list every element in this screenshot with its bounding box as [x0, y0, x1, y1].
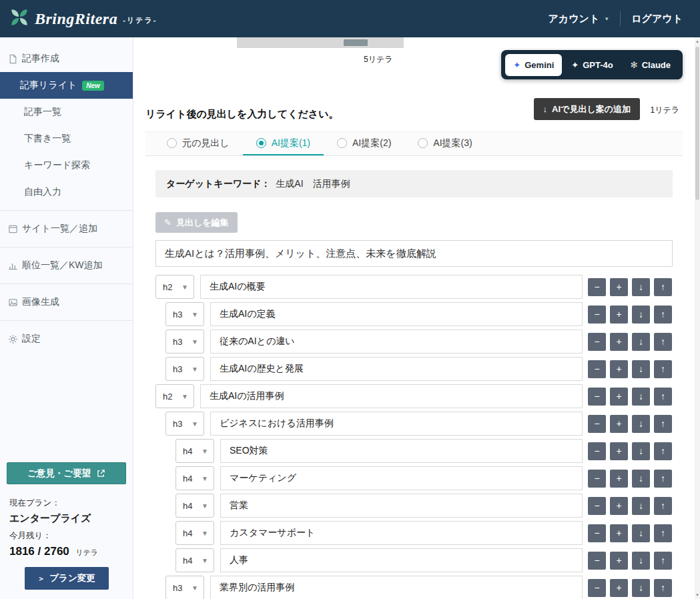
ai-suggest-headings-button[interactable]: ↓ AIで見出し案の追加: [534, 98, 640, 120]
move-heading-up-button[interactable]: ↑: [654, 497, 672, 515]
heading-text-input[interactable]: [220, 548, 583, 572]
logout-button[interactable]: ログアウト: [631, 13, 683, 25]
scrollbar-thumb[interactable]: [695, 47, 699, 200]
edit-headings-button[interactable]: ✎ 見出しを編集: [155, 212, 238, 233]
model-option-gpt4o[interactable]: ✦ GPT-4o: [563, 54, 621, 76]
sidebar-item-article-rewrite[interactable]: 記事リライト New: [0, 72, 133, 99]
remove-heading-button[interactable]: −: [588, 442, 606, 460]
add-heading-button[interactable]: +: [610, 333, 628, 351]
heading-level-select[interactable]: h3 ▼: [165, 330, 204, 354]
heading-level-select[interactable]: h3 ▼: [165, 357, 204, 381]
model-option-gemini[interactable]: ✦ Gemini: [505, 54, 562, 76]
heading-level-select[interactable]: h4 ▼: [176, 466, 214, 490]
brand[interactable]: BringRitera -リテラ-: [9, 7, 157, 30]
remove-heading-button[interactable]: −: [588, 579, 606, 597]
move-heading-down-button[interactable]: ↓: [632, 306, 650, 324]
scroll-down-arrow-icon[interactable]: ▼: [695, 593, 700, 597]
tab-ai-suggestion-1[interactable]: AI提案(1): [243, 132, 324, 155]
heading-level-select[interactable]: h3 ▼: [165, 302, 204, 326]
move-heading-up-button[interactable]: ↑: [654, 579, 672, 597]
tab-ai-suggestion-3[interactable]: AI提案(3): [404, 132, 485, 155]
heading-text-input[interactable]: [220, 439, 583, 463]
remove-heading-button[interactable]: −: [588, 552, 606, 570]
sidebar-item-article-list[interactable]: 記事一覧: [0, 99, 133, 125]
heading-level-select[interactable]: h4 ▼: [176, 521, 214, 545]
heading-text-input[interactable]: [210, 330, 583, 354]
sidebar-item-article-create[interactable]: 記事作成: [0, 45, 133, 72]
heading-level-select[interactable]: h2 ▼: [155, 275, 194, 299]
sidebar-item-site-list[interactable]: サイト一覧／追加: [0, 215, 133, 242]
heading-level-select[interactable]: h3 ▼: [165, 576, 204, 599]
move-heading-up-button[interactable]: ↑: [654, 306, 672, 324]
sidebar-item-image-generation[interactable]: 画像生成: [0, 289, 133, 316]
move-heading-down-button[interactable]: ↓: [632, 388, 650, 406]
sidebar-item-keyword-search[interactable]: キーワード探索: [0, 152, 133, 179]
remove-heading-button[interactable]: −: [588, 388, 606, 406]
add-heading-button[interactable]: +: [610, 415, 628, 433]
move-heading-up-button[interactable]: ↑: [654, 524, 672, 542]
model-option-claude[interactable]: ✻ Claude: [623, 54, 679, 76]
heading-level-select[interactable]: h4 ▼: [176, 439, 214, 463]
heading-text-input[interactable]: [220, 466, 583, 490]
heading-text-input[interactable]: [210, 302, 583, 326]
remove-heading-button[interactable]: −: [588, 360, 606, 378]
add-heading-button[interactable]: +: [610, 497, 628, 515]
sidebar-item-settings[interactable]: 設定: [0, 326, 133, 352]
remove-heading-button[interactable]: −: [588, 524, 606, 542]
add-heading-button[interactable]: +: [610, 388, 628, 406]
add-heading-button[interactable]: +: [610, 306, 628, 324]
move-heading-down-button[interactable]: ↓: [632, 278, 650, 296]
feedback-button[interactable]: ご意見・ご要望: [7, 462, 126, 484]
add-heading-button[interactable]: +: [610, 470, 628, 488]
move-heading-down-button[interactable]: ↓: [632, 497, 650, 515]
add-heading-button[interactable]: +: [610, 552, 628, 570]
tab-ai-suggestion-2[interactable]: AI提案(2): [324, 132, 404, 155]
tab-original-headings[interactable]: 元の見出し: [153, 132, 243, 155]
move-heading-up-button[interactable]: ↑: [654, 552, 672, 570]
heading-text-input[interactable]: [200, 275, 583, 299]
move-heading-down-button[interactable]: ↓: [632, 415, 650, 433]
account-menu[interactable]: アカウント ▼: [549, 13, 610, 25]
move-heading-up-button[interactable]: ↑: [654, 333, 672, 351]
remove-heading-button[interactable]: −: [588, 333, 606, 351]
add-heading-button[interactable]: +: [610, 524, 628, 542]
heading-level-select[interactable]: h4 ▼: [176, 494, 214, 518]
remove-heading-button[interactable]: −: [588, 497, 606, 515]
remove-heading-button[interactable]: −: [588, 306, 606, 324]
heading-text-input[interactable]: [210, 412, 583, 436]
move-heading-down-button[interactable]: ↓: [632, 524, 650, 542]
remove-heading-button[interactable]: −: [588, 415, 606, 433]
add-heading-button[interactable]: +: [610, 579, 628, 597]
add-heading-button[interactable]: +: [610, 442, 628, 460]
move-heading-down-button[interactable]: ↓: [632, 360, 650, 378]
heading-text-input[interactable]: [200, 384, 583, 408]
sidebar-item-draft-list[interactable]: 下書き一覧: [0, 125, 133, 152]
move-heading-down-button[interactable]: ↓: [632, 470, 650, 488]
move-heading-up-button[interactable]: ↑: [654, 278, 672, 296]
remove-heading-button[interactable]: −: [588, 278, 606, 296]
sidebar-item-free-input[interactable]: 自由入力: [0, 179, 133, 205]
move-heading-up-button[interactable]: ↑: [654, 360, 672, 378]
move-heading-down-button[interactable]: ↓: [632, 442, 650, 460]
sidebar-item-rank-list[interactable]: 順位一覧／KW追加: [0, 252, 133, 279]
move-heading-up-button[interactable]: ↑: [654, 388, 672, 406]
move-heading-up-button[interactable]: ↑: [654, 415, 672, 433]
remove-heading-button[interactable]: −: [588, 470, 606, 488]
article-title-input[interactable]: [155, 240, 673, 267]
vertical-scrollbar[interactable]: ▲ ▼: [695, 37, 700, 599]
move-heading-up-button[interactable]: ↑: [654, 470, 672, 488]
heading-text-input[interactable]: [210, 357, 583, 381]
heading-level-select[interactable]: h3 ▼: [165, 412, 204, 436]
heading-text-input[interactable]: [220, 494, 583, 518]
add-heading-button[interactable]: +: [610, 278, 628, 296]
move-heading-down-button[interactable]: ↓: [632, 579, 650, 597]
add-heading-button[interactable]: +: [610, 360, 628, 378]
heading-level-select[interactable]: h4 ▼: [176, 548, 214, 572]
move-heading-up-button[interactable]: ↑: [654, 442, 672, 460]
change-plan-button[interactable]: ＞ プラン変更: [25, 567, 109, 590]
heading-text-input[interactable]: [210, 576, 583, 599]
scroll-up-arrow-icon[interactable]: ▲: [695, 39, 700, 43]
move-heading-down-button[interactable]: ↓: [632, 333, 650, 351]
heading-level-select[interactable]: h2 ▼: [155, 384, 194, 408]
move-heading-down-button[interactable]: ↓: [632, 552, 650, 570]
